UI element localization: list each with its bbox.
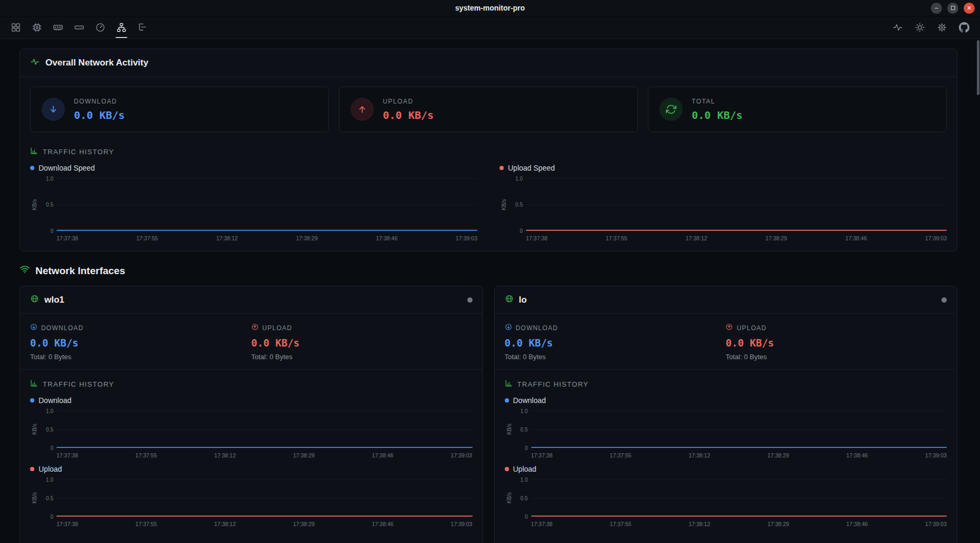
interface-body: TRAFFIC HISTORY Download KB/s 1.0 0.5 0: [20, 370, 483, 539]
x-tick: 17:37:38: [56, 452, 78, 458]
github-button[interactable]: [956, 19, 973, 36]
x-tick: 17:37:38: [526, 235, 548, 241]
legend-dot-download-icon: [30, 166, 34, 170]
cpu-tab-button[interactable]: [29, 19, 45, 36]
download-stat-label: DOWNLOAD: [74, 98, 125, 105]
upload-stat-label: UPLOAD: [383, 98, 434, 105]
gauge-tab-button[interactable]: [92, 19, 109, 36]
upload-series-line: [56, 516, 473, 517]
total-stat-card: TOTAL 0.0 KB/s: [648, 87, 947, 132]
x-tick: 17:37:55: [135, 452, 157, 458]
x-tick: 17:37:38: [56, 521, 78, 527]
traffic-history-text: TRAFFIC HISTORY: [43, 148, 114, 156]
wlo1-upload-chart: Upload KB/s 1.0 0.5 0: [30, 465, 473, 527]
x-tick: 17:38:29: [766, 235, 787, 241]
y-tick: 1.0: [46, 477, 53, 483]
process-tree-icon: [137, 22, 148, 33]
download-series-line: [56, 230, 477, 231]
y-axis-title: KB/s: [505, 479, 513, 517]
upload-total: Total: 0 Bytes: [725, 353, 947, 361]
globe-icon: [505, 294, 514, 305]
legend-label: Download Speed: [39, 164, 95, 172]
upload-label: UPLOAD: [737, 324, 767, 332]
gridline: [526, 178, 947, 179]
processes-tab-button[interactable]: [134, 19, 151, 36]
interface-header: lo: [495, 286, 957, 314]
activity-button[interactable]: [889, 19, 906, 36]
plot-canvas: [56, 479, 473, 517]
upload-label: UPLOAD: [262, 324, 293, 332]
settings-button[interactable]: [934, 19, 950, 36]
download-total: Total: 0 Bytes: [30, 353, 251, 361]
interface-stats: DOWNLOAD 0.0 KB/s Total: 0 Bytes UPLOAD …: [20, 314, 483, 370]
activity-icon: [892, 22, 903, 33]
x-tick: 17:37:55: [610, 521, 632, 527]
disk-tab-button[interactable]: [71, 19, 88, 36]
traffic-history-label: TRAFFIC HISTORY: [505, 379, 947, 389]
y-tick: 0: [50, 445, 53, 451]
upload-series-line: [531, 516, 947, 517]
y-tick: 0.5: [46, 426, 53, 432]
overall-charts-row: Download Speed KB/s 1.0 0.5 0: [30, 164, 947, 241]
x-tick: 17:38:46: [846, 521, 868, 527]
x-axis-ticks: 17:37:38 17:37:55 17:38:12 17:38:29 17:3…: [56, 235, 477, 241]
scrollbar-thumb[interactable]: [977, 40, 979, 95]
titlebar: system-monitor-pro – ✕: [0, 0, 980, 16]
interface-body: TRAFFIC HISTORY Download KB/s 1.0 0.5 0: [495, 370, 957, 539]
overall-stats-row: DOWNLOAD 0.0 KB/s UPLOAD 0.0 KB/s: [30, 87, 947, 132]
x-tick: 17:38:46: [376, 235, 398, 241]
minimize-button[interactable]: –: [931, 3, 942, 14]
interface-download-stat: DOWNLOAD 0.0 KB/s Total: 0 Bytes: [505, 323, 726, 361]
upload-value: 0.0 KB/s: [251, 337, 473, 349]
maximize-button[interactable]: [947, 3, 958, 14]
x-tick: 17:38:12: [214, 521, 236, 527]
y-tick: 1.0: [521, 477, 528, 483]
plot-canvas: [531, 479, 947, 517]
upload-total: Total: 0 Bytes: [251, 353, 473, 361]
x-tick: 17:38:29: [293, 452, 315, 458]
circle-arrow-up-icon: [725, 323, 733, 332]
upload-legend: Upload: [505, 465, 947, 473]
chart-area: KB/s 1.0 0.5 0: [505, 479, 947, 517]
x-tick: 17:38:12: [216, 235, 238, 241]
close-button[interactable]: ✕: [964, 3, 975, 14]
x-axis-ticks: 17:37:38 17:37:55 17:38:12 17:38:29 17:3…: [56, 521, 473, 527]
download-label-row: DOWNLOAD: [30, 323, 251, 332]
x-tick: 17:39:03: [451, 521, 473, 527]
github-icon: [959, 22, 969, 33]
overall-download-chart: Download Speed KB/s 1.0 0.5 0: [30, 164, 477, 241]
chart-area: KB/s 1.0 0.5 0: [30, 410, 473, 448]
gridline: [56, 498, 473, 499]
interface-card-lo: lo DOWNLOAD 0.0 KB/s Total: 0 Bytes UPLO…: [494, 286, 958, 543]
download-stat-card: DOWNLOAD 0.0 KB/s: [30, 87, 329, 132]
gridline: [56, 429, 473, 430]
y-tick: 1.0: [515, 176, 523, 182]
gridline: [531, 410, 947, 411]
network-tab-button[interactable]: [113, 19, 130, 36]
legend-dot-download-icon: [505, 398, 509, 402]
upload-series-line: [526, 230, 947, 231]
maximize-icon: [951, 6, 955, 10]
x-tick: 17:39:03: [925, 521, 947, 527]
download-stat-value: 0.0 KB/s: [74, 109, 125, 121]
lo-download-chart: Download KB/s 1.0 0.5 0: [505, 396, 947, 458]
wlo1-download-chart: Download KB/s 1.0 0.5 0: [30, 396, 473, 458]
x-tick: 17:38:12: [689, 452, 710, 458]
interface-stats: DOWNLOAD 0.0 KB/s Total: 0 Bytes UPLOAD …: [495, 314, 957, 370]
theme-toggle-button[interactable]: [911, 19, 928, 36]
y-tick: 0.5: [521, 426, 528, 432]
y-axis-ticks: 1.0 0.5 0: [513, 410, 531, 448]
gridline: [531, 429, 947, 430]
toolbar-left-group: [7, 19, 151, 36]
dashboard-tab-button[interactable]: [7, 19, 24, 36]
plot-canvas: [531, 410, 947, 448]
y-axis-ticks: 1.0 0.5 0: [513, 479, 531, 517]
upload-value: 0.0 KB/s: [725, 337, 947, 349]
x-tick: 17:37:55: [606, 235, 627, 241]
x-tick: 17:37:55: [135, 521, 157, 527]
legend-label: Download: [513, 396, 546, 405]
memory-tab-button[interactable]: [50, 19, 67, 36]
gauge-icon: [95, 22, 106, 33]
traffic-history-text: TRAFFIC HISTORY: [43, 380, 114, 388]
y-axis-title: KB/s: [30, 410, 39, 448]
